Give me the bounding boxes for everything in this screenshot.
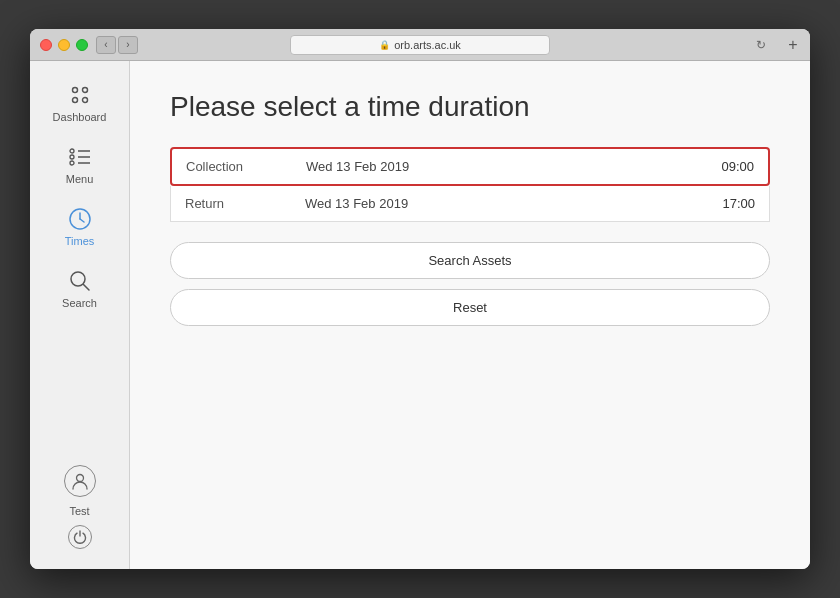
search-label: Search (62, 297, 97, 309)
forward-icon: › (126, 39, 129, 50)
svg-line-12 (80, 219, 84, 222)
svg-point-15 (76, 475, 83, 482)
reload-icon: ↻ (756, 38, 766, 52)
return-date: Wed 13 Feb 2019 (291, 186, 699, 221)
browser-window: ‹ › 🔒 orb.arts.ac.uk ↻ + (30, 29, 810, 569)
svg-point-13 (71, 272, 85, 286)
svg-point-6 (70, 155, 74, 159)
return-time: 17:00 (699, 186, 769, 221)
svg-line-14 (83, 285, 89, 291)
action-buttons: Search Assets Reset (170, 242, 770, 326)
maximize-button[interactable] (76, 39, 88, 51)
svg-point-4 (70, 149, 74, 153)
svg-point-3 (82, 98, 87, 103)
svg-point-8 (70, 161, 74, 165)
search-icon (66, 267, 94, 295)
main-content: Please select a time duration Collection… (130, 61, 810, 569)
svg-point-2 (72, 98, 77, 103)
collection-date: Wed 13 Feb 2019 (292, 149, 698, 184)
power-button[interactable] (68, 525, 92, 549)
sidebar: Dashboard Menu (30, 61, 130, 569)
url-text: orb.arts.ac.uk (394, 39, 461, 51)
page-title: Please select a time duration (170, 91, 770, 123)
menu-label: Menu (66, 173, 94, 185)
menu-icon (66, 143, 94, 171)
sidebar-item-times[interactable]: Times (30, 195, 129, 257)
sidebar-item-menu[interactable]: Menu (30, 133, 129, 195)
nav-arrows: ‹ › (96, 36, 138, 54)
traffic-lights (40, 39, 88, 51)
collection-row[interactable]: Collection Wed 13 Feb 2019 09:00 (170, 147, 770, 186)
time-selection: Collection Wed 13 Feb 2019 09:00 Return … (170, 147, 770, 222)
search-assets-button[interactable]: Search Assets (170, 242, 770, 279)
dashboard-label: Dashboard (53, 111, 107, 123)
sidebar-bottom: Test (64, 465, 96, 559)
times-icon (66, 205, 94, 233)
sidebar-item-search[interactable]: Search (30, 257, 129, 319)
return-label: Return (171, 186, 291, 221)
close-button[interactable] (40, 39, 52, 51)
svg-point-1 (82, 88, 87, 93)
collection-time: 09:00 (698, 149, 768, 184)
back-icon: ‹ (104, 39, 107, 50)
return-row[interactable]: Return Wed 13 Feb 2019 17:00 (170, 186, 770, 222)
sidebar-item-dashboard[interactable]: Dashboard (30, 71, 129, 133)
user-label: Test (69, 505, 89, 517)
dashboard-icon (66, 81, 94, 109)
titlebar: ‹ › 🔒 orb.arts.ac.uk ↻ + (30, 29, 810, 61)
lock-icon: 🔒 (379, 40, 390, 50)
url-bar[interactable]: 🔒 orb.arts.ac.uk (290, 35, 550, 55)
back-button[interactable]: ‹ (96, 36, 116, 54)
plus-icon: + (788, 36, 797, 54)
collection-label: Collection (172, 149, 292, 184)
times-label: Times (65, 235, 95, 247)
minimize-button[interactable] (58, 39, 70, 51)
forward-button[interactable]: › (118, 36, 138, 54)
reset-button[interactable]: Reset (170, 289, 770, 326)
new-tab-button[interactable]: + (784, 36, 802, 54)
svg-point-0 (72, 88, 77, 93)
content-area: Dashboard Menu (30, 61, 810, 569)
user-avatar[interactable] (64, 465, 96, 497)
reload-button[interactable]: ↻ (752, 36, 770, 54)
